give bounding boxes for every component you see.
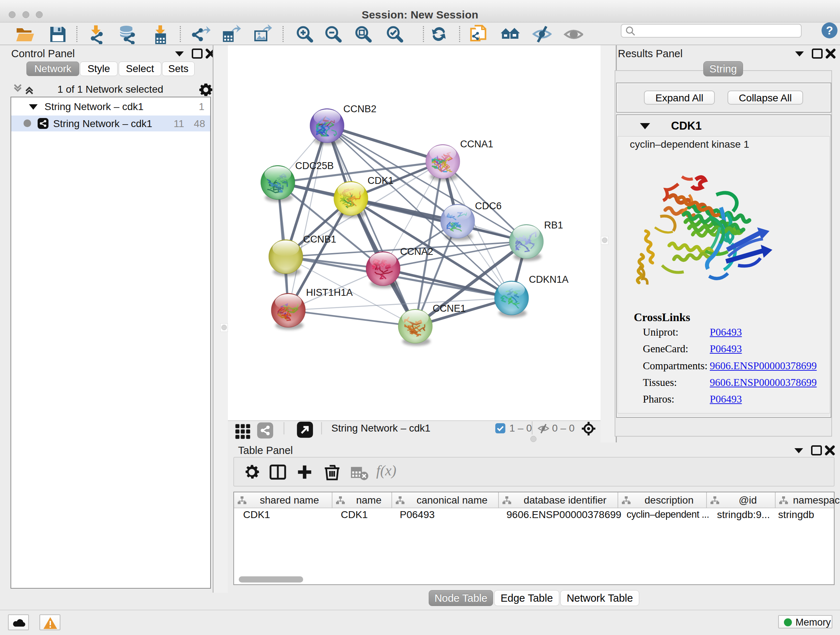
svg-text:RB1: RB1	[544, 220, 563, 231]
svg-text:CDC25B: CDC25B	[295, 160, 334, 171]
svg-text:HIST1H1A: HIST1H1A	[306, 287, 353, 298]
svg-text:CCNB1: CCNB1	[303, 234, 336, 245]
svg-text:CDK1: CDK1	[368, 175, 393, 186]
svg-text:CDC6: CDC6	[475, 201, 502, 211]
svg-text:CCNE1: CCNE1	[433, 303, 466, 314]
svg-text:CDKN1A: CDKN1A	[529, 274, 569, 285]
svg-text:CCNA1: CCNA1	[460, 139, 493, 149]
svg-text:CCNA2: CCNA2	[400, 246, 433, 257]
svg-text:CCNB2: CCNB2	[343, 103, 377, 114]
